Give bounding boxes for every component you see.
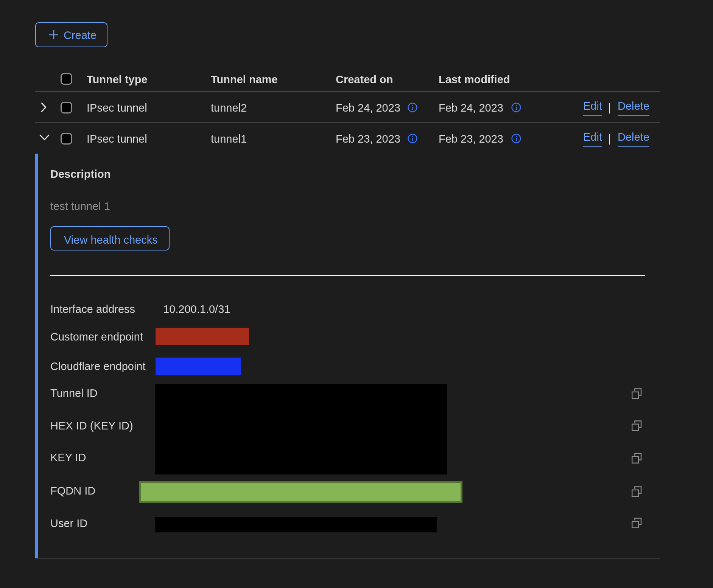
svg-text:i: i [515, 135, 517, 143]
svg-text:i: i [412, 104, 414, 112]
svg-text:i: i [412, 135, 414, 143]
svg-text:i: i [515, 104, 517, 112]
